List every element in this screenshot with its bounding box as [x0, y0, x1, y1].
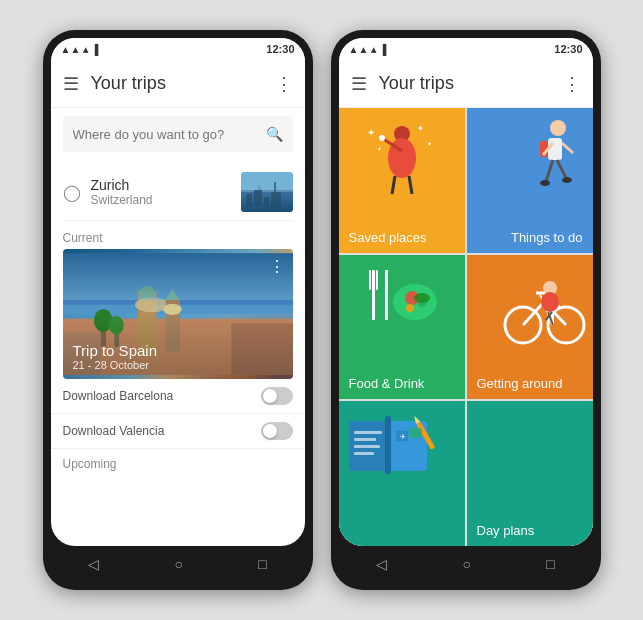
- tile-getting-around[interactable]: Getting around: [467, 255, 593, 400]
- svg-rect-73: [354, 445, 380, 448]
- svg-rect-70: [385, 416, 391, 474]
- wifi-icon-2: ▴: [371, 44, 376, 55]
- svg-rect-79: [410, 428, 422, 438]
- status-time-1: 12:30: [266, 43, 294, 55]
- dest-country: Switzerland: [91, 193, 231, 207]
- phone-2: ▲▲ ▴ ▐ 12:30 ☰ Your trips ⋮ ✦: [331, 30, 601, 590]
- trip-more-icon[interactable]: ⋮: [269, 257, 285, 276]
- menu-icon-1[interactable]: ☰: [63, 73, 79, 95]
- svg-point-65: [541, 292, 559, 312]
- status-bar-1: ▲▲ ▴ ▐ 12:30: [51, 38, 305, 60]
- getting-around-label: Getting around: [477, 376, 563, 391]
- more-icon-1[interactable]: ⋮: [275, 73, 293, 95]
- food-drink-illustration: [357, 260, 447, 345]
- download-valencia-row: Download Valencia: [51, 414, 305, 449]
- menu-icon-2[interactable]: ☰: [351, 73, 367, 95]
- svg-point-53: [406, 304, 414, 312]
- status-bar-2: ▲▲ ▴ ▐ 12:30: [339, 38, 593, 60]
- signal-icon-2: ▲▲: [349, 44, 369, 55]
- tile-saved-places[interactable]: ✦ ✦ ✦ ✦ Saved: [339, 108, 465, 253]
- location-icon: ◯: [63, 183, 81, 202]
- battery-icon-2: ▐: [379, 44, 386, 55]
- download-barcelona-toggle[interactable]: [261, 387, 293, 405]
- svg-point-40: [540, 180, 550, 186]
- svg-rect-7: [241, 172, 293, 190]
- recent-button-1[interactable]: □: [258, 556, 266, 572]
- svg-rect-5: [271, 192, 281, 207]
- home-button-1[interactable]: ○: [175, 556, 183, 572]
- svg-text:✈: ✈: [400, 433, 406, 440]
- svg-rect-46: [376, 270, 378, 290]
- svg-rect-37: [548, 138, 562, 160]
- svg-rect-3: [254, 190, 262, 206]
- phone-2-bottom-nav: ◁ ○ □: [339, 546, 593, 582]
- page-title-1: Your trips: [91, 73, 263, 94]
- download-barcelona-label: Download Barcelona: [63, 389, 261, 403]
- home-button-2[interactable]: ○: [463, 556, 471, 572]
- status-icons-1: ▲▲ ▴ ▐: [61, 44, 99, 55]
- current-section-label: Current: [51, 225, 305, 249]
- svg-point-34: [379, 135, 385, 141]
- saved-places-illustration: ✦ ✦ ✦ ✦: [362, 116, 442, 206]
- day-plans-label: Day plans: [477, 523, 535, 538]
- things-to-do-label: Things to do: [477, 230, 583, 245]
- svg-rect-4: [264, 197, 269, 207]
- svg-rect-1: [241, 192, 293, 212]
- back-button-1[interactable]: ◁: [88, 556, 99, 572]
- top-bar-2: ☰ Your trips ⋮: [339, 60, 593, 108]
- trip-dates: 21 - 28 October: [73, 359, 283, 371]
- phone-1: ▲▲ ▴ ▐ 12:30 ☰ Your trips ⋮ 🔍 ◯: [43, 30, 313, 590]
- tile-things-to-do[interactable]: Things to do: [467, 108, 593, 253]
- signal-icon: ▲▲: [61, 44, 81, 55]
- svg-rect-2: [246, 194, 252, 206]
- category-grid: ✦ ✦ ✦ ✦ Saved: [339, 108, 593, 546]
- trip-card[interactable]: Trip to Spain 21 - 28 October ⋮: [63, 249, 293, 379]
- status-icons-2: ▲▲ ▴ ▐: [349, 44, 387, 55]
- svg-text:✦: ✦: [377, 146, 382, 152]
- trip-card-content: Trip to Spain 21 - 28 October: [63, 334, 293, 379]
- download-barcelona-row: Download Barcelona: [51, 379, 305, 414]
- svg-point-41: [562, 177, 572, 183]
- trip-title: Trip to Spain: [73, 342, 283, 359]
- svg-line-32: [409, 176, 412, 194]
- saved-places-label: Saved places: [349, 230, 427, 245]
- search-input[interactable]: [73, 127, 258, 142]
- tile-day-plans[interactable]: Day plans: [467, 401, 593, 546]
- getting-around-illustration: [498, 260, 588, 350]
- upcoming-section-label: Upcoming: [51, 449, 305, 475]
- phone-1-screen: ▲▲ ▴ ▐ 12:30 ☰ Your trips ⋮ 🔍 ◯: [51, 38, 305, 546]
- food-drink-label: Food & Drink: [349, 376, 425, 391]
- top-bar-1: ☰ Your trips ⋮: [51, 60, 305, 108]
- battery-icon: ▐: [91, 44, 98, 55]
- svg-line-31: [392, 176, 395, 194]
- page-title-2: Your trips: [379, 73, 551, 94]
- dest-city: Zurich: [91, 177, 231, 193]
- status-time-2: 12:30: [554, 43, 582, 55]
- svg-text:✦: ✦: [367, 127, 375, 138]
- search-bar[interactable]: 🔍: [63, 116, 293, 152]
- tile-itinerary[interactable]: ✈: [339, 401, 465, 546]
- svg-line-43: [562, 143, 573, 153]
- tile-food-drink[interactable]: Food & Drink: [339, 255, 465, 400]
- destination-thumbnail: [241, 172, 293, 212]
- itinerary-illustration: ✈: [344, 406, 444, 491]
- destination-card[interactable]: ◯ Zurich Switzerland: [63, 164, 293, 221]
- phone-1-bottom-nav: ◁ ○ □: [51, 546, 305, 582]
- download-valencia-toggle[interactable]: [261, 422, 293, 440]
- svg-point-35: [550, 120, 566, 136]
- things-to-do-illustration: [518, 113, 588, 203]
- svg-line-38: [546, 160, 553, 181]
- svg-text:✦: ✦: [417, 124, 424, 133]
- phones-container: ▲▲ ▴ ▐ 12:30 ☰ Your trips ⋮ 🔍 ◯: [43, 30, 601, 590]
- svg-rect-44: [372, 270, 375, 320]
- download-valencia-label: Download Valencia: [63, 424, 261, 438]
- recent-button-2[interactable]: □: [546, 556, 554, 572]
- svg-text:✦: ✦: [427, 141, 432, 147]
- svg-rect-45: [369, 270, 371, 290]
- back-button-2[interactable]: ◁: [376, 556, 387, 572]
- more-icon-2[interactable]: ⋮: [563, 73, 581, 95]
- svg-rect-71: [354, 431, 382, 434]
- destination-info: Zurich Switzerland: [91, 177, 231, 207]
- svg-rect-74: [354, 452, 374, 455]
- search-icon: 🔍: [266, 126, 283, 142]
